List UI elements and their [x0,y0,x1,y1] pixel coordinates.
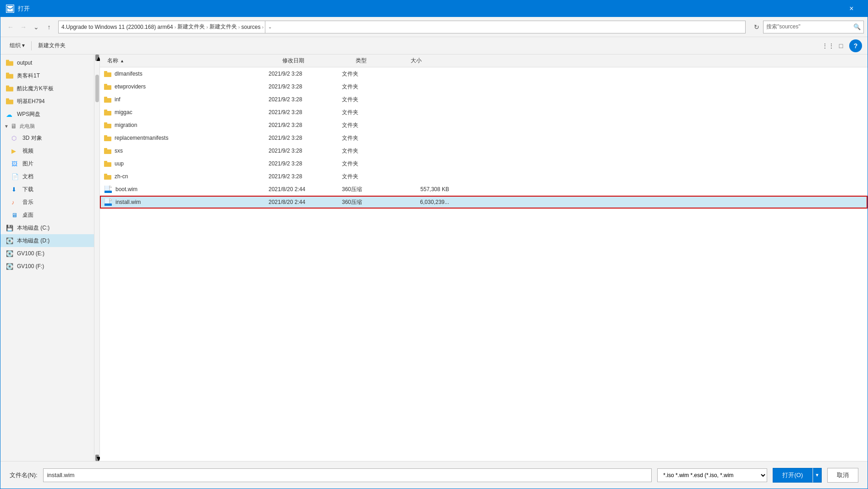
file-type-cell: 文件夹 [342,109,397,116]
file-name-cell: uup [104,160,269,167]
table-row-selected[interactable]: install.wim 2021/8/20 2:44 360压缩 6,030,2… [100,196,868,209]
organize-button[interactable]: 组织 ▾ [6,39,28,52]
column-headers: 名称 ▲ 修改日期 类型 大小 [100,55,868,67]
sidebar-scrollbar[interactable]: ▲ ▼ [94,55,100,461]
svg-rect-3 [6,74,13,79]
table-row[interactable]: dlmanifests 2021/9/2 3:28 文件夹 [100,67,868,80]
file-type-cell: 文件夹 [342,96,397,104]
sidebar-item-benq[interactable]: 明基EH794 [0,95,94,108]
sidebar-item-diskd[interactable]: 💽 本地磁盘 (D:) [0,234,94,247]
folder-icon [104,96,112,103]
pc-icon: 🖥 [11,122,17,130]
column-name-header[interactable]: 名称 ▲ [104,57,282,65]
table-row[interactable]: replacementmanifests 2021/9/2 3:28 文件夹 [100,132,868,144]
column-type-header[interactable]: 类型 [356,57,411,65]
file-name-cell: install.wim [104,198,269,206]
svg-rect-16 [104,110,107,111]
table-row[interactable]: sxs 2021/9/2 3:28 文件夹 [100,144,868,157]
column-date-header[interactable]: 修改日期 [282,57,356,65]
sidebar: output 奥客科1T 酷比魔方K平板 [0,55,94,461]
sidebar-group-thispc[interactable]: ▼ 🖥 此电脑 [0,121,94,132]
search-input[interactable] [766,24,853,30]
bc-item-1[interactable]: 新建文件夹 [177,23,205,31]
disk-icon: 💽 [6,237,14,244]
sidebar-item-docs[interactable]: 📄 文档 [0,170,94,183]
open-dropdown-arrow[interactable]: ▼ [813,468,822,483]
filetype-select[interactable]: *.iso *.wim *.esd (*.iso, *.wim [657,468,767,482]
folder-icon [104,147,112,154]
svg-rect-7 [6,100,13,104]
breadcrumb[interactable]: 4.Upgrade to Windows 11 (22000.168) arm6… [58,21,746,33]
help-button[interactable]: ? [849,39,862,52]
new-folder-button[interactable]: 新建文件夹 [34,39,69,52]
file-date-cell: 2021/8/20 2:44 [269,199,342,205]
svg-rect-11 [104,85,111,90]
table-row[interactable]: inf 2021/9/2 3:28 文件夹 [100,93,868,106]
sidebar-item-music[interactable]: ♪ 音乐 [0,196,94,209]
table-row[interactable]: miggac 2021/9/2 3:28 文件夹 [100,106,868,119]
sidebar-item-diskc[interactable]: 💾 本地磁盘 (C:) [0,221,94,234]
file-date-cell: 2021/9/2 3:28 [269,96,342,103]
file-date-cell: 2021/8/20 2:44 [269,186,342,192]
bc-sep-2: › [238,24,240,30]
sidebar-item-diske[interactable]: 💽 GV100 (E:) [0,247,94,260]
wim-file-icon [104,198,113,206]
close-button[interactable]: × [841,0,862,17]
svg-rect-6 [6,86,9,88]
refresh-button[interactable]: ↻ [750,21,763,33]
sidebar-item-output[interactable]: output [0,56,94,69]
scroll-thumb[interactable] [95,75,99,102]
filename-input[interactable] [43,468,652,482]
svg-rect-23 [104,162,111,167]
sidebar-item-3d[interactable]: ⬡ 3D 对象 [0,132,94,144]
sidebar-item-desktop[interactable]: 🖥 桌面 [0,209,94,221]
file-date-cell: 2021/9/2 3:28 [269,160,342,167]
preview-pane-button[interactable]: □ [835,39,847,52]
sidebar-item-downloads[interactable]: ⬇ 下载 [0,183,94,196]
address-toolbar: ← → ⌄ ↑ 4.Upgrade to Windows 11 (22000.1… [0,17,868,37]
sidebar-item-diskf[interactable]: 💽 GV100 (F:) [0,260,94,273]
view-toggle-button[interactable]: ⋮⋮ [822,39,835,52]
folder-icon [104,160,112,167]
column-size-header[interactable]: 大小 [411,57,470,65]
window: 打开 × ← → ⌄ ↑ 4.Upgrade to Windows 11 (22… [0,0,868,489]
table-row[interactable]: uup 2021/9/2 3:28 文件夹 [100,157,868,170]
table-row[interactable]: migration 2021/9/2 3:28 文件夹 [100,119,868,132]
download-icon: ⬇ [11,186,20,192]
disk-icon: 💽 [6,263,14,269]
bc-item-2[interactable]: 新建文件夹 [209,23,237,31]
action-toolbar: 组织 ▾ 新建文件夹 ⋮⋮ □ ? [0,37,868,55]
scroll-up-arrow[interactable]: ▲ [95,55,99,61]
sort-arrow-icon: ▲ [120,59,124,63]
bc-item-3[interactable]: sources [242,24,261,30]
sidebar-item-aoke[interactable]: 奥客科1T [0,69,94,82]
sidebar-item-video[interactable]: ▶ 视频 [0,144,94,157]
titlebar: 打开 × [0,0,868,17]
scroll-down-arrow[interactable]: ▼ [95,455,99,461]
forward-button[interactable]: → [17,21,30,33]
back-button[interactable]: ← [4,21,17,33]
bc-sep-3: › [262,24,264,30]
sidebar-item-wps[interactable]: ☁ WPS网盘 [0,108,94,121]
table-row[interactable]: boot.wim 2021/8/20 2:44 360压缩 557,308 KB [100,183,868,196]
sidebar-item-kubi[interactable]: 酷比魔方K平板 [0,82,94,95]
file-name-cell: dlmanifests [104,70,269,77]
file-type-cell: 文件夹 [342,173,397,181]
file-date-cell: 2021/9/2 3:28 [269,148,342,154]
open-button[interactable]: 打开(O) [773,468,813,483]
search-box[interactable]: 🔍 [763,21,864,33]
up-button[interactable]: ↑ [43,21,55,33]
main-area: output 奥客科1T 酷比魔方K平板 [0,55,868,461]
3d-icon: ⬡ [11,135,20,141]
dropdown-recent-button[interactable]: ⌄ [30,21,43,33]
table-row[interactable]: zh-cn 2021/9/2 3:28 文件夹 [100,170,868,183]
docs-icon: 📄 [11,173,20,180]
bc-item-0[interactable]: 4.Upgrade to Windows 11 (22000.168) arm6… [61,24,173,30]
svg-rect-21 [104,149,111,154]
wps-cloud-icon: ☁ [6,111,14,117]
cancel-button[interactable]: 取消 [827,468,858,483]
sidebar-item-pictures[interactable]: 🖼 图片 [0,157,94,170]
folder-icon [104,134,112,142]
breadcrumb-dropdown-button[interactable]: ⌄ [265,21,274,33]
table-row[interactable]: etwproviders 2021/9/2 3:28 文件夹 [100,80,868,93]
